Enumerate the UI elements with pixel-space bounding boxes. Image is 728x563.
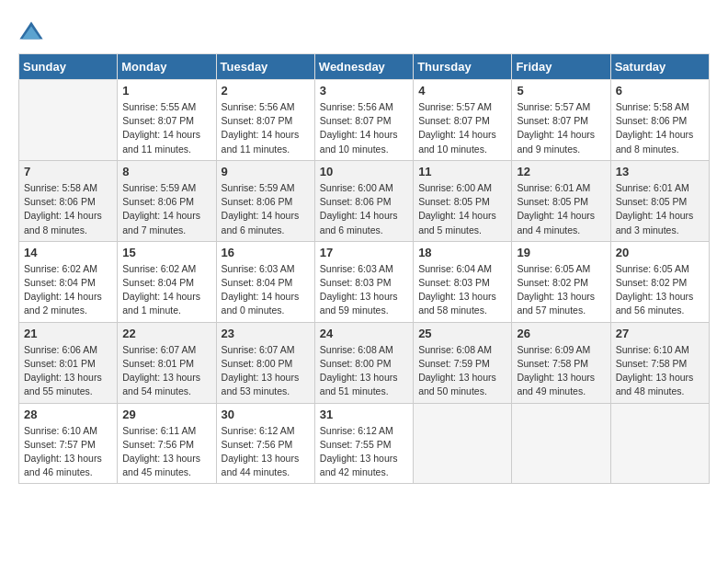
calendar-table: SundayMondayTuesdayWednesdayThursdayFrid… xyxy=(18,53,710,484)
cell-date-number: 4 xyxy=(418,84,506,98)
calendar-cell xyxy=(512,403,610,484)
cell-sun-info: Sunrise: 6:00 AMSunset: 8:05 PMDaylight:… xyxy=(418,181,506,237)
cell-sun-info: Sunrise: 6:11 AMSunset: 7:56 PMDaylight:… xyxy=(122,424,210,480)
day-header-friday: Friday xyxy=(512,54,610,80)
cell-sun-info: Sunrise: 6:07 AMSunset: 8:01 PMDaylight:… xyxy=(122,343,210,399)
calendar-week-row: 28Sunrise: 6:10 AMSunset: 7:57 PMDayligh… xyxy=(19,403,710,484)
cell-date-number: 19 xyxy=(517,246,605,259)
calendar-cell: 18Sunrise: 6:04 AMSunset: 8:03 PMDayligh… xyxy=(414,241,512,322)
calendar-cell: 26Sunrise: 6:09 AMSunset: 7:58 PMDayligh… xyxy=(512,322,610,403)
cell-sun-info: Sunrise: 5:55 AMSunset: 8:07 PMDaylight:… xyxy=(122,100,210,156)
calendar-cell: 14Sunrise: 6:02 AMSunset: 8:04 PMDayligh… xyxy=(19,241,118,322)
cell-date-number: 17 xyxy=(320,246,408,259)
cell-date-number: 14 xyxy=(24,246,112,259)
calendar-cell xyxy=(414,403,512,484)
calendar-cell: 30Sunrise: 6:12 AMSunset: 7:56 PMDayligh… xyxy=(216,403,314,484)
cell-date-number: 31 xyxy=(320,408,408,421)
cell-date-number: 26 xyxy=(517,327,605,340)
cell-sun-info: Sunrise: 6:01 AMSunset: 8:05 PMDaylight:… xyxy=(616,181,704,237)
calendar-week-row: 7Sunrise: 5:58 AMSunset: 8:06 PMDaylight… xyxy=(19,160,710,241)
day-header-wednesday: Wednesday xyxy=(314,54,413,80)
calendar-cell xyxy=(610,403,709,484)
cell-sun-info: Sunrise: 6:01 AMSunset: 8:05 PMDaylight:… xyxy=(517,181,605,237)
cell-date-number: 5 xyxy=(517,84,605,98)
cell-sun-info: Sunrise: 6:07 AMSunset: 8:00 PMDaylight:… xyxy=(222,343,310,399)
page-header xyxy=(18,18,710,44)
calendar-header-row: SundayMondayTuesdayWednesdayThursdayFrid… xyxy=(19,54,710,80)
day-header-saturday: Saturday xyxy=(610,54,709,80)
calendar-cell: 6Sunrise: 5:58 AMSunset: 8:06 PMDaylight… xyxy=(610,80,709,161)
cell-sun-info: Sunrise: 6:03 AMSunset: 8:03 PMDaylight:… xyxy=(320,262,408,318)
cell-sun-info: Sunrise: 6:05 AMSunset: 8:02 PMDaylight:… xyxy=(616,262,704,318)
cell-date-number: 15 xyxy=(122,246,210,259)
cell-date-number: 29 xyxy=(122,408,210,421)
calendar-cell: 20Sunrise: 6:05 AMSunset: 8:02 PMDayligh… xyxy=(610,241,709,322)
day-header-tuesday: Tuesday xyxy=(216,54,314,80)
calendar-cell: 16Sunrise: 6:03 AMSunset: 8:04 PMDayligh… xyxy=(216,241,314,322)
cell-date-number: 22 xyxy=(122,327,210,340)
calendar-cell: 15Sunrise: 6:02 AMSunset: 8:04 PMDayligh… xyxy=(118,241,216,322)
cell-sun-info: Sunrise: 6:08 AMSunset: 7:59 PMDaylight:… xyxy=(418,343,506,399)
cell-sun-info: Sunrise: 5:56 AMSunset: 8:07 PMDaylight:… xyxy=(222,100,310,156)
cell-sun-info: Sunrise: 6:00 AMSunset: 8:06 PMDaylight:… xyxy=(320,181,408,237)
logo xyxy=(18,18,48,44)
calendar-cell xyxy=(19,80,118,161)
cell-sun-info: Sunrise: 5:58 AMSunset: 8:06 PMDaylight:… xyxy=(24,181,112,237)
calendar-cell: 12Sunrise: 6:01 AMSunset: 8:05 PMDayligh… xyxy=(512,160,610,241)
calendar-cell: 28Sunrise: 6:10 AMSunset: 7:57 PMDayligh… xyxy=(19,403,118,484)
cell-sun-info: Sunrise: 6:09 AMSunset: 7:58 PMDaylight:… xyxy=(517,343,605,399)
cell-date-number: 12 xyxy=(517,165,605,178)
cell-date-number: 30 xyxy=(222,408,310,421)
calendar-cell: 27Sunrise: 6:10 AMSunset: 7:58 PMDayligh… xyxy=(610,322,709,403)
day-header-monday: Monday xyxy=(118,54,216,80)
cell-date-number: 10 xyxy=(320,165,408,178)
calendar-cell: 8Sunrise: 5:59 AMSunset: 8:06 PMDaylight… xyxy=(118,160,216,241)
cell-sun-info: Sunrise: 5:57 AMSunset: 8:07 PMDaylight:… xyxy=(517,100,605,156)
cell-date-number: 13 xyxy=(616,165,704,178)
cell-sun-info: Sunrise: 6:04 AMSunset: 8:03 PMDaylight:… xyxy=(418,262,506,318)
calendar-cell: 11Sunrise: 6:00 AMSunset: 8:05 PMDayligh… xyxy=(414,160,512,241)
cell-sun-info: Sunrise: 6:12 AMSunset: 7:56 PMDaylight:… xyxy=(222,424,310,480)
calendar-cell: 4Sunrise: 5:57 AMSunset: 8:07 PMDaylight… xyxy=(414,80,512,161)
cell-date-number: 28 xyxy=(24,408,112,421)
calendar-cell: 22Sunrise: 6:07 AMSunset: 8:01 PMDayligh… xyxy=(118,322,216,403)
calendar-cell: 5Sunrise: 5:57 AMSunset: 8:07 PMDaylight… xyxy=(512,80,610,161)
cell-sun-info: Sunrise: 6:10 AMSunset: 7:58 PMDaylight:… xyxy=(616,343,704,399)
cell-date-number: 8 xyxy=(122,165,210,178)
cell-sun-info: Sunrise: 6:02 AMSunset: 8:04 PMDaylight:… xyxy=(122,262,210,318)
cell-sun-info: Sunrise: 5:56 AMSunset: 8:07 PMDaylight:… xyxy=(320,100,408,156)
cell-date-number: 25 xyxy=(418,327,506,340)
cell-sun-info: Sunrise: 6:05 AMSunset: 8:02 PMDaylight:… xyxy=(517,262,605,318)
calendar-cell: 29Sunrise: 6:11 AMSunset: 7:56 PMDayligh… xyxy=(118,403,216,484)
cell-date-number: 24 xyxy=(320,327,408,340)
calendar-cell: 2Sunrise: 5:56 AMSunset: 8:07 PMDaylight… xyxy=(216,80,314,161)
cell-date-number: 3 xyxy=(320,84,408,98)
calendar-week-row: 21Sunrise: 6:06 AMSunset: 8:01 PMDayligh… xyxy=(19,322,710,403)
calendar-cell: 31Sunrise: 6:12 AMSunset: 7:55 PMDayligh… xyxy=(314,403,413,484)
cell-date-number: 21 xyxy=(24,327,112,340)
cell-date-number: 16 xyxy=(222,246,310,259)
cell-date-number: 11 xyxy=(418,165,506,178)
calendar-week-row: 14Sunrise: 6:02 AMSunset: 8:04 PMDayligh… xyxy=(19,241,710,322)
calendar-cell: 17Sunrise: 6:03 AMSunset: 8:03 PMDayligh… xyxy=(314,241,413,322)
cell-date-number: 6 xyxy=(616,84,704,98)
cell-sun-info: Sunrise: 5:58 AMSunset: 8:06 PMDaylight:… xyxy=(616,100,704,156)
cell-sun-info: Sunrise: 5:59 AMSunset: 8:06 PMDaylight:… xyxy=(122,181,210,237)
calendar-cell: 1Sunrise: 5:55 AMSunset: 8:07 PMDaylight… xyxy=(118,80,216,161)
cell-date-number: 27 xyxy=(616,327,704,340)
day-header-thursday: Thursday xyxy=(414,54,512,80)
cell-date-number: 18 xyxy=(418,246,506,259)
calendar-cell: 24Sunrise: 6:08 AMSunset: 8:00 PMDayligh… xyxy=(314,322,413,403)
cell-date-number: 2 xyxy=(222,84,310,98)
calendar-cell: 7Sunrise: 5:58 AMSunset: 8:06 PMDaylight… xyxy=(19,160,118,241)
calendar-cell: 3Sunrise: 5:56 AMSunset: 8:07 PMDaylight… xyxy=(314,80,413,161)
cell-sun-info: Sunrise: 6:03 AMSunset: 8:04 PMDaylight:… xyxy=(222,262,310,318)
cell-date-number: 23 xyxy=(222,327,310,340)
calendar-cell: 25Sunrise: 6:08 AMSunset: 7:59 PMDayligh… xyxy=(414,322,512,403)
logo-icon xyxy=(18,18,44,44)
cell-sun-info: Sunrise: 6:06 AMSunset: 8:01 PMDaylight:… xyxy=(24,343,112,399)
cell-date-number: 20 xyxy=(616,246,704,259)
cell-sun-info: Sunrise: 6:12 AMSunset: 7:55 PMDaylight:… xyxy=(320,424,408,480)
cell-date-number: 1 xyxy=(122,84,210,98)
calendar-cell: 9Sunrise: 5:59 AMSunset: 8:06 PMDaylight… xyxy=(216,160,314,241)
